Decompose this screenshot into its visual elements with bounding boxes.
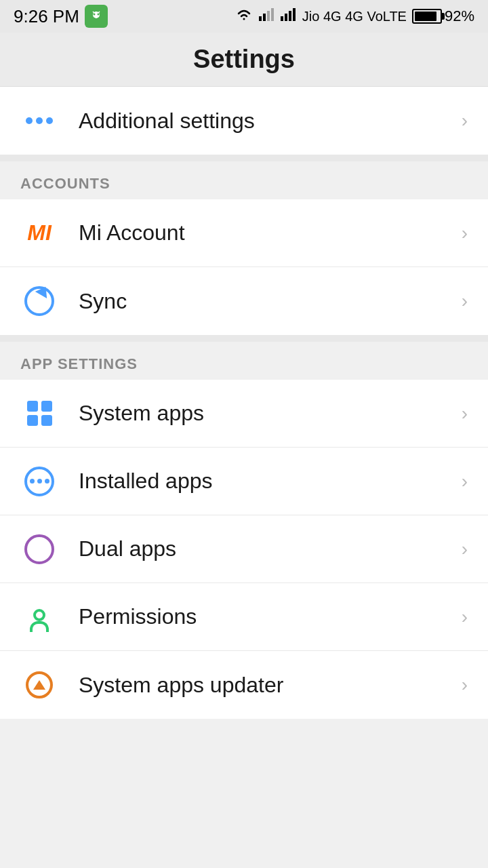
- permissions-item[interactable]: Permissions ›: [0, 583, 488, 651]
- status-indicators: Jio 4G 4G VoLTE 92%: [235, 7, 474, 26]
- svg-rect-11: [289, 11, 291, 21]
- svg-rect-8: [271, 8, 274, 21]
- chevron-right-icon: ›: [462, 222, 468, 244]
- chevron-right-icon: ›: [462, 471, 468, 492]
- chat-icon: [20, 462, 58, 500]
- svg-line-3: [93, 12, 94, 13]
- page-header: Settings: [0, 33, 488, 87]
- svg-rect-7: [267, 11, 270, 21]
- dual-apps-item[interactable]: Dual apps ›: [0, 515, 488, 583]
- svg-point-1: [93, 14, 95, 16]
- page-title: Settings: [193, 45, 295, 74]
- battery-icon: [412, 9, 442, 24]
- carrier-display: Jio 4G 4G VoLTE: [302, 9, 407, 24]
- system-apps-updater-label: System apps updater: [79, 673, 462, 698]
- accounts-divider: [0, 155, 488, 161]
- installed-apps-label: Installed apps: [79, 469, 462, 494]
- status-time-area: 9:26 PM: [14, 5, 108, 28]
- status-bar: 9:26 PM: [0, 0, 488, 33]
- chevron-right-icon: ›: [462, 606, 468, 628]
- app-settings-section-label: APP SETTINGS: [0, 342, 488, 380]
- signal2-icon: [281, 7, 297, 26]
- chevron-right-icon: ›: [462, 110, 468, 132]
- mi-account-label: Mi Account: [79, 220, 462, 245]
- sync-label: Sync: [79, 289, 462, 314]
- app-settings-divider: [0, 335, 488, 342]
- system-apps-item[interactable]: System apps ›: [0, 380, 488, 448]
- dual-apps-label: Dual apps: [79, 536, 462, 561]
- installed-apps-item[interactable]: Installed apps ›: [0, 448, 488, 515]
- permissions-label: Permissions: [79, 604, 462, 629]
- notification-icon: [85, 5, 108, 28]
- dual-icon: [20, 530, 58, 568]
- additional-settings-item[interactable]: Additional settings ›: [0, 87, 488, 155]
- wifi-icon: [235, 7, 253, 26]
- chevron-right-icon: ›: [462, 538, 468, 560]
- chevron-right-icon: ›: [462, 403, 468, 425]
- accounts-section-label: ACCOUNTS: [0, 161, 488, 199]
- svg-line-4: [98, 12, 100, 13]
- system-apps-label: System apps: [79, 401, 462, 426]
- svg-rect-6: [263, 14, 266, 21]
- battery-percent: 92%: [445, 7, 474, 25]
- upload-icon: [20, 666, 58, 704]
- app-settings-list: System apps › Installed apps › Dual apps…: [0, 380, 488, 719]
- mi-account-item[interactable]: MI Mi Account ›: [0, 199, 488, 267]
- mi-icon: MI: [20, 214, 58, 252]
- signal-icon: [259, 7, 275, 26]
- additional-settings-label: Additional settings: [79, 108, 462, 134]
- svg-rect-12: [293, 8, 296, 21]
- sync-item[interactable]: Sync ›: [0, 267, 488, 335]
- permissions-icon: [20, 598, 58, 636]
- grid-icon: [20, 395, 58, 433]
- battery-indicator: 92%: [412, 7, 474, 25]
- chevron-right-icon: ›: [462, 674, 468, 696]
- top-settings-list: Additional settings ›: [0, 87, 488, 155]
- system-apps-updater-item[interactable]: System apps updater ›: [0, 651, 488, 719]
- svg-point-2: [97, 14, 99, 16]
- svg-rect-5: [259, 16, 262, 21]
- sync-icon: [20, 282, 58, 320]
- dots-icon: [20, 102, 58, 140]
- accounts-settings-list: MI Mi Account › Sync ›: [0, 199, 488, 335]
- time-display: 9:26 PM: [14, 6, 79, 27]
- svg-rect-10: [285, 14, 287, 21]
- svg-rect-9: [281, 16, 283, 21]
- chevron-right-icon: ›: [462, 290, 468, 312]
